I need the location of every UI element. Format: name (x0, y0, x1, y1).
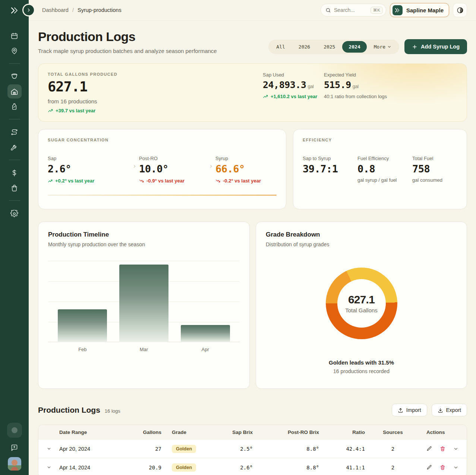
export-button[interactable]: Export (432, 404, 467, 416)
col-post-ro-brix: Post-RO Brix (253, 429, 319, 435)
bar-feb[interactable] (58, 309, 107, 342)
timeline-title: Production Timeline (48, 231, 240, 238)
breadcrumb: Dashboard / Syrup-productions (42, 7, 122, 13)
edit-row-button[interactable] (426, 465, 432, 470)
delete-row-button[interactable] (440, 465, 445, 470)
search-box[interactable]: ⌘K (321, 4, 386, 16)
donut-center: 627.1 Total Gallons (337, 279, 386, 328)
page-title: Production Logs (38, 29, 217, 44)
map-pin-icon (10, 47, 18, 55)
sidebar-item-sales[interactable] (7, 181, 22, 195)
col-actions: Actions (421, 429, 467, 435)
sidebar-item-map[interactable] (7, 44, 22, 58)
org-switcher-button[interactable]: Sapline Maple (390, 3, 449, 17)
post-ro-brix-trend: -0.9° vs last year (139, 178, 207, 184)
bar-mar[interactable] (119, 265, 168, 342)
grade-donut-chart[interactable]: 627.1 Total Gallons (326, 268, 397, 339)
grade-subtitle: Distribution of syrup grades (266, 241, 457, 247)
theme-toggle-button[interactable] (453, 3, 467, 17)
tab-2025[interactable]: 2025 (317, 41, 341, 53)
sidebar-divider (9, 200, 20, 201)
fuel-efficiency-metric: Fuel Efficiency 0.8 gal syrup / gal fuel (357, 156, 412, 183)
cell-post-ro-brix: 8.8° (253, 465, 319, 471)
sidebar-item-finance[interactable] (7, 166, 22, 180)
cell-gallons: 27 (132, 446, 161, 452)
row-menu-chevron-button[interactable] (453, 446, 458, 451)
sidebar-collapse-button[interactable] (23, 5, 34, 15)
route-icon (10, 128, 18, 136)
expected-yield-label: Expected Yield (324, 72, 457, 78)
wrench-icon (10, 143, 18, 151)
tab-more[interactable]: More (368, 41, 398, 53)
total-gallons-trend: +39.7 vs last year (48, 108, 263, 113)
trash-icon (440, 465, 445, 470)
syrup-jug-icon (10, 103, 18, 110)
row-menu-chevron-button[interactable] (453, 465, 458, 470)
sidebar-item-sugarhouse[interactable] (7, 84, 22, 99)
grade-caption-sub: 16 productions recorded (266, 368, 457, 374)
row-expand-chevron[interactable] (38, 446, 59, 451)
sidebar-item-settings[interactable] (7, 206, 22, 221)
trending-up-icon (263, 94, 268, 99)
sidebar-item-calendar[interactable] (7, 29, 22, 43)
grade-title: Grade Breakdown (266, 231, 457, 238)
sidebar (0, 0, 29, 475)
table-row: Apr 20, 2024 27 Golden 2.5° 8.8° 42.4:1 … (38, 439, 467, 458)
post-ro-brix-metric: Post-RO 10.0° -0.9° vs last year (139, 156, 207, 184)
cell-sap-brix: 2.6° (212, 465, 253, 471)
x-tick-apr: Apr (181, 347, 230, 352)
sidebar-item-routes[interactable] (7, 125, 22, 139)
cell-post-ro-brix: 8.8° (253, 446, 319, 452)
sidebar-item-equipment[interactable] (7, 140, 22, 154)
chevron-down-icon (453, 465, 458, 470)
chevron-down-icon (47, 465, 51, 470)
chevron-right-icon: › (207, 162, 215, 170)
search-input[interactable] (334, 7, 365, 13)
import-button[interactable]: Import (392, 404, 427, 416)
breadcrumb-current: Syrup-productions (78, 7, 122, 13)
add-syrup-log-button[interactable]: Add Syrup Log (404, 39, 467, 54)
sugar-concentration-label: SUGAR CONCENTRATION (48, 138, 277, 142)
sidebar-item-feedback[interactable] (7, 440, 22, 454)
tab-all[interactable]: All (270, 41, 291, 53)
cell-actions (421, 446, 467, 451)
cell-ratio: 42.4:1 (319, 446, 365, 452)
contrast-icon (457, 7, 464, 14)
tab-2024[interactable]: 2024 (342, 41, 366, 53)
gear-icon (10, 210, 18, 218)
upload-icon (398, 407, 403, 413)
grade-badge: Golden (172, 463, 196, 472)
shopping-bag-icon (10, 184, 18, 192)
edit-row-button[interactable] (426, 446, 432, 451)
breadcrumb-dashboard[interactable]: Dashboard (42, 7, 69, 13)
sap-brix-metric: Sap 2.6° +0.2° vs last year (48, 156, 130, 184)
table-header-row: Date Range Gallons Grade Sap Brix Post-R… (38, 425, 467, 439)
search-shortcut-badge: ⌘K (371, 7, 383, 14)
expected-yield-value: 515.9gal (324, 79, 457, 90)
efficiency-label: EFFICIENCY (303, 138, 457, 142)
sap-bucket-icon (10, 73, 18, 81)
logs-section-title: Production Logs (38, 406, 100, 415)
pencil-icon (426, 446, 432, 451)
sidebar-divider (9, 63, 20, 64)
sap-used-label: Sap Used (263, 72, 324, 78)
col-ratio: Ratio (319, 429, 365, 435)
delete-row-button[interactable] (440, 446, 445, 451)
sidebar-divider (9, 160, 20, 160)
tab-2026[interactable]: 2026 (292, 41, 316, 53)
topbar: Dashboard / Syrup-productions ⌘K Sapline… (29, 0, 476, 21)
total-production-summary-card: TOTAL GALLONS PRODUCED 627.1 from 16 pro… (38, 63, 467, 122)
cell-date: Apr 20, 2024 (59, 446, 132, 452)
bar-apr[interactable] (181, 325, 230, 342)
total-gallons-label: TOTAL GALLONS PRODUCED (48, 72, 263, 76)
sidebar-item-syrup-jug[interactable] (7, 99, 22, 113)
status-indicator-button[interactable] (7, 423, 22, 438)
timeline-subtitle: Monthly syrup production over the season (48, 241, 240, 247)
user-avatar[interactable] (8, 457, 21, 471)
x-tick-feb: Feb (58, 347, 107, 352)
row-expand-chevron[interactable] (38, 465, 59, 470)
sidebar-divider (9, 119, 20, 119)
sidebar-item-sap-bucket[interactable] (7, 69, 22, 84)
org-chevrons-icon (393, 5, 403, 15)
season-filter-tabs: All 2026 2025 2024 More (268, 40, 399, 54)
